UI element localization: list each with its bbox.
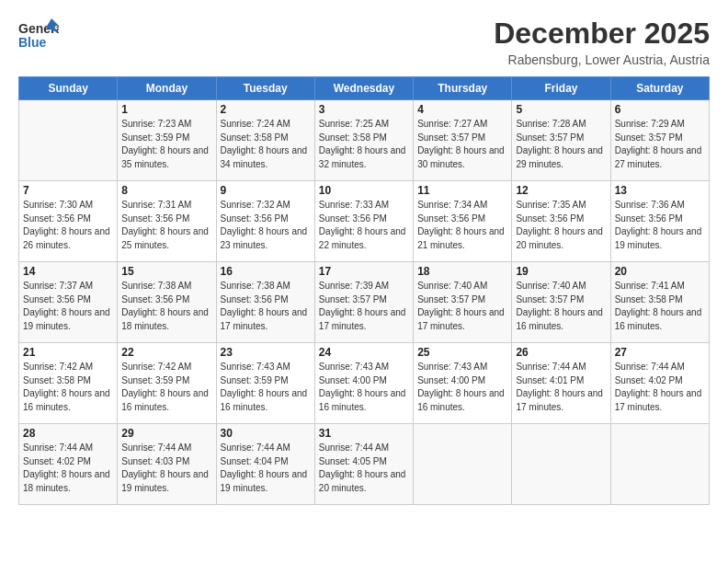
day-info: Sunrise: 7:25 AMSunset: 3:58 PMDaylight:…	[319, 118, 409, 171]
day-info: Sunrise: 7:23 AMSunset: 3:59 PMDaylight:…	[121, 118, 211, 171]
calendar-cell: 9Sunrise: 7:32 AMSunset: 3:56 PMDaylight…	[216, 181, 314, 262]
svg-text:Blue: Blue	[18, 35, 47, 50]
day-number: 11	[417, 184, 507, 197]
day-header-friday: Friday	[512, 77, 610, 100]
day-number: 21	[23, 346, 113, 359]
calendar-cell: 7Sunrise: 7:30 AMSunset: 3:56 PMDaylight…	[19, 181, 118, 262]
day-number: 20	[615, 265, 705, 278]
day-header-wednesday: Wednesday	[314, 77, 413, 100]
day-info: Sunrise: 7:38 AMSunset: 3:56 PMDaylight:…	[221, 280, 311, 333]
day-info: Sunrise: 7:44 AMSunset: 4:05 PMDaylight:…	[319, 442, 409, 495]
calendar-cell: 5Sunrise: 7:28 AMSunset: 3:57 PMDaylight…	[512, 100, 610, 181]
day-info: Sunrise: 7:40 AMSunset: 3:57 PMDaylight:…	[516, 280, 606, 333]
day-info: Sunrise: 7:24 AMSunset: 3:58 PMDaylight:…	[221, 118, 311, 171]
calendar-cell: 16Sunrise: 7:38 AMSunset: 3:56 PMDayligh…	[216, 262, 314, 343]
day-number: 2	[221, 103, 311, 116]
calendar-week-2: 7Sunrise: 7:30 AMSunset: 3:56 PMDaylight…	[19, 181, 710, 262]
calendar-week-4: 21Sunrise: 7:42 AMSunset: 3:58 PMDayligh…	[19, 343, 710, 424]
title-area: December 2025 Rabensburg, Lower Austria,…	[494, 17, 710, 67]
calendar-cell: 26Sunrise: 7:44 AMSunset: 4:01 PMDayligh…	[512, 343, 610, 424]
day-info: Sunrise: 7:29 AMSunset: 3:57 PMDaylight:…	[615, 118, 705, 171]
day-number: 25	[417, 346, 507, 359]
day-header-monday: Monday	[118, 77, 216, 100]
calendar-cell: 2Sunrise: 7:24 AMSunset: 3:58 PMDaylight…	[216, 100, 314, 181]
page: General Blue December 2025 Rabensburg, L…	[0, 0, 728, 563]
day-number: 28	[23, 427, 113, 440]
day-number: 9	[221, 184, 311, 197]
calendar-cell: 28Sunrise: 7:44 AMSunset: 4:02 PMDayligh…	[19, 424, 118, 505]
day-info: Sunrise: 7:40 AMSunset: 3:57 PMDaylight:…	[417, 280, 507, 333]
day-info: Sunrise: 7:39 AMSunset: 3:57 PMDaylight:…	[319, 280, 409, 333]
calendar-cell: 27Sunrise: 7:44 AMSunset: 4:02 PMDayligh…	[610, 343, 709, 424]
calendar-cell: 23Sunrise: 7:43 AMSunset: 3:59 PMDayligh…	[216, 343, 314, 424]
day-info: Sunrise: 7:28 AMSunset: 3:57 PMDaylight:…	[516, 118, 606, 171]
calendar-week-3: 14Sunrise: 7:37 AMSunset: 3:56 PMDayligh…	[19, 262, 710, 343]
calendar-cell: 31Sunrise: 7:44 AMSunset: 4:05 PMDayligh…	[314, 424, 413, 505]
day-info: Sunrise: 7:44 AMSunset: 4:04 PMDaylight:…	[221, 442, 311, 495]
day-info: Sunrise: 7:36 AMSunset: 3:56 PMDaylight:…	[615, 199, 705, 252]
calendar-cell	[19, 100, 118, 181]
day-info: Sunrise: 7:35 AMSunset: 3:56 PMDaylight:…	[516, 199, 606, 252]
day-number: 31	[319, 427, 409, 440]
day-number: 18	[417, 265, 507, 278]
day-number: 13	[615, 184, 705, 197]
calendar-cell	[512, 424, 610, 505]
day-info: Sunrise: 7:34 AMSunset: 3:56 PMDaylight:…	[417, 199, 507, 252]
day-number: 19	[516, 265, 606, 278]
calendar-cell: 10Sunrise: 7:33 AMSunset: 3:56 PMDayligh…	[314, 181, 413, 262]
day-number: 26	[516, 346, 606, 359]
day-number: 29	[121, 427, 211, 440]
calendar-cell: 12Sunrise: 7:35 AMSunset: 3:56 PMDayligh…	[512, 181, 610, 262]
day-info: Sunrise: 7:44 AMSunset: 4:02 PMDaylight:…	[23, 442, 113, 495]
header: General Blue December 2025 Rabensburg, L…	[18, 17, 710, 67]
calendar-cell	[610, 424, 709, 505]
calendar-cell: 3Sunrise: 7:25 AMSunset: 3:58 PMDaylight…	[314, 100, 413, 181]
day-number: 7	[23, 184, 113, 197]
calendar-cell: 20Sunrise: 7:41 AMSunset: 3:58 PMDayligh…	[610, 262, 709, 343]
calendar-cell: 18Sunrise: 7:40 AMSunset: 3:57 PMDayligh…	[414, 262, 512, 343]
calendar-cell: 25Sunrise: 7:43 AMSunset: 4:00 PMDayligh…	[414, 343, 512, 424]
day-info: Sunrise: 7:43 AMSunset: 3:59 PMDaylight:…	[221, 361, 311, 414]
day-header-thursday: Thursday	[414, 77, 512, 100]
day-info: Sunrise: 7:44 AMSunset: 4:03 PMDaylight:…	[121, 442, 211, 495]
main-title: December 2025	[494, 17, 710, 51]
day-number: 17	[319, 265, 409, 278]
day-info: Sunrise: 7:31 AMSunset: 3:56 PMDaylight:…	[121, 199, 211, 252]
subtitle: Rabensburg, Lower Austria, Austria	[494, 52, 710, 67]
calendar-header-row: SundayMondayTuesdayWednesdayThursdayFrid…	[19, 77, 710, 100]
day-info: Sunrise: 7:43 AMSunset: 4:00 PMDaylight:…	[417, 361, 507, 414]
calendar-cell: 21Sunrise: 7:42 AMSunset: 3:58 PMDayligh…	[19, 343, 118, 424]
day-number: 1	[121, 103, 211, 116]
calendar-cell: 29Sunrise: 7:44 AMSunset: 4:03 PMDayligh…	[118, 424, 216, 505]
calendar-cell: 17Sunrise: 7:39 AMSunset: 3:57 PMDayligh…	[314, 262, 413, 343]
calendar-cell: 15Sunrise: 7:38 AMSunset: 3:56 PMDayligh…	[118, 262, 216, 343]
calendar-cell: 1Sunrise: 7:23 AMSunset: 3:59 PMDaylight…	[118, 100, 216, 181]
day-info: Sunrise: 7:44 AMSunset: 4:02 PMDaylight:…	[615, 361, 705, 414]
day-number: 6	[615, 103, 705, 116]
calendar-cell: 4Sunrise: 7:27 AMSunset: 3:57 PMDaylight…	[414, 100, 512, 181]
calendar-table: SundayMondayTuesdayWednesdayThursdayFrid…	[18, 76, 710, 505]
day-info: Sunrise: 7:30 AMSunset: 3:56 PMDaylight:…	[23, 199, 113, 252]
day-number: 8	[121, 184, 211, 197]
logo-icon: General Blue	[18, 17, 59, 55]
calendar-cell	[414, 424, 512, 505]
day-info: Sunrise: 7:42 AMSunset: 3:59 PMDaylight:…	[121, 361, 211, 414]
day-number: 27	[615, 346, 705, 359]
logo-area: General Blue	[18, 17, 59, 55]
day-info: Sunrise: 7:42 AMSunset: 3:58 PMDaylight:…	[23, 361, 113, 414]
day-number: 10	[319, 184, 409, 197]
day-number: 5	[516, 103, 606, 116]
calendar-week-5: 28Sunrise: 7:44 AMSunset: 4:02 PMDayligh…	[19, 424, 710, 505]
day-number: 15	[121, 265, 211, 278]
day-info: Sunrise: 7:43 AMSunset: 4:00 PMDaylight:…	[319, 361, 409, 414]
calendar-cell: 13Sunrise: 7:36 AMSunset: 3:56 PMDayligh…	[610, 181, 709, 262]
day-info: Sunrise: 7:37 AMSunset: 3:56 PMDaylight:…	[23, 280, 113, 333]
day-info: Sunrise: 7:27 AMSunset: 3:57 PMDaylight:…	[417, 118, 507, 171]
day-info: Sunrise: 7:44 AMSunset: 4:01 PMDaylight:…	[516, 361, 606, 414]
day-info: Sunrise: 7:32 AMSunset: 3:56 PMDaylight:…	[221, 199, 311, 252]
day-info: Sunrise: 7:33 AMSunset: 3:56 PMDaylight:…	[319, 199, 409, 252]
day-number: 23	[221, 346, 311, 359]
calendar-week-1: 1Sunrise: 7:23 AMSunset: 3:59 PMDaylight…	[19, 100, 710, 181]
calendar-cell: 24Sunrise: 7:43 AMSunset: 4:00 PMDayligh…	[314, 343, 413, 424]
day-number: 24	[319, 346, 409, 359]
